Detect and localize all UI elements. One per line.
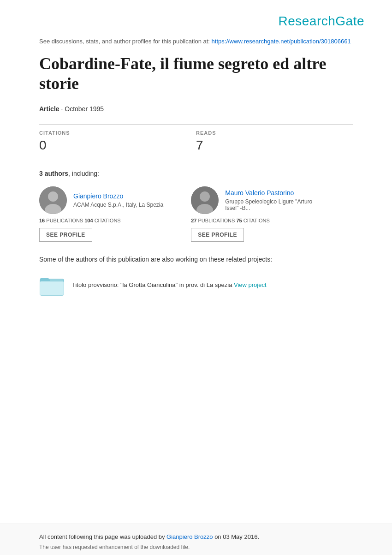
related-projects-heading: Some of the authors of this publication … [39, 256, 353, 263]
footer-text: All content following this page was uplo… [39, 533, 353, 540]
main-content: See discussions, stats, and author profi… [0, 38, 392, 418]
author-name-2[interactable]: Mauro Valerio Pastorino [225, 189, 317, 197]
author-info-1: Gianpiero Brozzo ACAM Acque S.p.A., Ital… [73, 186, 163, 214]
author-card-2: Mauro Valerio Pastorino Gruppo Speleolog… [191, 186, 317, 242]
footer-uploader-link[interactable]: Gianpiero Brozzo [166, 533, 213, 540]
authors-section: 3 authors, including: [39, 170, 353, 242]
authors-heading: 3 authors, including: [39, 170, 353, 177]
footer-note: The user has requested enhancement of th… [39, 544, 353, 550]
view-project-link[interactable]: View project [234, 281, 267, 288]
stats-container: CITATIONS 0 READS 7 [39, 124, 353, 158]
article-meta: Article · October 1995 [39, 105, 353, 113]
see-link-line: See discussions, stats, and author profi… [39, 38, 353, 45]
author-top-2: Mauro Valerio Pastorino Gruppo Speleolog… [191, 186, 317, 214]
spacer [0, 418, 392, 524]
see-profile-button-2[interactable]: SEE PROFILE [191, 228, 244, 242]
project-folder-icon [39, 272, 65, 298]
author-card-1: Gianpiero Brozzo ACAM Acque S.p.A., Ital… [39, 186, 163, 242]
researchgate-logo: ResearchGate [278, 14, 364, 29]
author-affiliation-2: Gruppo Speleologico Ligure "Arturo Issel… [225, 198, 317, 211]
author-info-2: Mauro Valerio Pastorino Gruppo Speleolog… [225, 186, 317, 214]
author-affiliation-1: ACAM Acque S.p.A., Italy, La Spezia [73, 202, 163, 208]
svg-rect-7 [40, 281, 64, 295]
header: ResearchGate [0, 0, 392, 38]
publication-link[interactable]: https://www.researchgate.net/publication… [212, 38, 351, 45]
author-avatar-2 [191, 186, 219, 214]
related-projects-section: Some of the authors of this publication … [39, 256, 353, 298]
citations-stat: CITATIONS 0 [39, 125, 196, 158]
svg-point-1 [48, 191, 58, 202]
author-stats-1: 16 PUBLICATIONS 104 CITATIONS [39, 218, 163, 223]
article-title: Cobardine-Fate, il fiume segreto ed altr… [39, 54, 353, 94]
svg-point-4 [200, 191, 210, 202]
author-top-1: Gianpiero Brozzo ACAM Acque S.p.A., Ital… [39, 186, 163, 214]
see-profile-button-1[interactable]: SEE PROFILE [39, 228, 92, 242]
author-avatar-1 [39, 186, 67, 214]
footer: All content following this page was uplo… [0, 524, 392, 555]
authors-grid: Gianpiero Brozzo ACAM Acque S.p.A., Ital… [39, 186, 353, 242]
author-name-1[interactable]: Gianpiero Brozzo [73, 192, 163, 200]
project-text-1: Titolo provvisorio: "la Grotta Gianculin… [72, 281, 267, 288]
author-stats-2: 27 PUBLICATIONS 75 CITATIONS [191, 218, 317, 223]
reads-stat: READS 7 [196, 125, 353, 158]
project-item-1: Titolo provvisorio: "la Grotta Gianculin… [39, 272, 353, 298]
